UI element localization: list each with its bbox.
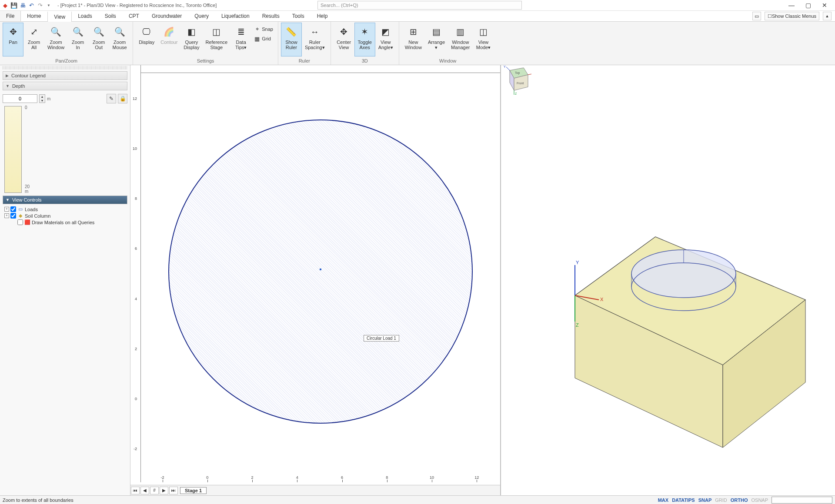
tab-home[interactable]: Home <box>21 11 47 21</box>
quick-access-toolbar: ◆ 💾 🖶 ↶ ↷ ▼ <box>2 2 52 9</box>
toggle-grid[interactable]: GRID <box>715 497 727 503</box>
zoom-mouse-button[interactable]: 🔍Zoom Mouse <box>109 23 130 56</box>
arrange-button[interactable]: ▤Arrange ▾ <box>425 23 448 56</box>
tab-groundwater[interactable]: Groundwater <box>146 11 188 21</box>
tree-item-draw[interactable]: 🟥Draw Materials on all Queries <box>3 219 127 225</box>
stage-next-button[interactable]: ▶ <box>160 487 168 494</box>
minimize-button[interactable]: — <box>787 2 796 9</box>
toggle-osnap[interactable]: OSNAP <box>751 497 768 503</box>
tab-file[interactable]: File <box>0 11 21 21</box>
tab-cpt[interactable]: CPT <box>123 11 146 21</box>
expand-icon[interactable]: + <box>4 213 9 218</box>
redo-icon[interactable]: ↷ <box>37 2 43 9</box>
draw-materials-checkbox[interactable] <box>17 219 23 225</box>
query-display-button[interactable]: ◧Query Display <box>180 23 202 56</box>
close-button[interactable]: ✕ <box>820 2 829 9</box>
group-label: Pan/Zoom <box>3 57 130 65</box>
view-controls-tree: +▭Loads +◆Soil Column 🟥Draw Materials on… <box>3 206 127 225</box>
depth-header[interactable]: ▼Depth <box>3 82 127 90</box>
toggle-ortho[interactable]: ORTHO <box>731 497 748 503</box>
snap-button[interactable]: ⌖Snap <box>251 24 275 34</box>
tab-help[interactable]: Help <box>311 11 334 21</box>
stage-last-button[interactable]: ⏭ <box>169 487 178 494</box>
zoom-out-button[interactable]: 🔍Zoom Out <box>88 23 109 56</box>
center-view-button[interactable]: ✥Center View <box>334 23 354 56</box>
view-controls-header[interactable]: ▼View Controls <box>3 196 127 204</box>
panel-gripper[interactable] <box>3 66 127 70</box>
stage-view-button[interactable]: # <box>150 487 159 494</box>
tree-item-loads[interactable]: +▭Loads <box>3 206 127 212</box>
window-manager-button[interactable]: ▥Window Manager <box>448 23 473 56</box>
group-panzoom: ✥Pan ⤢Zoom All 🔍Zoom Window 🔍Zoom In 🔍Zo… <box>0 22 133 65</box>
viewports: -2024681012 Circular Load 1 -2024681012 … <box>130 65 835 495</box>
collapse-ribbon-button[interactable]: ▲ <box>823 12 832 20</box>
expand-icon[interactable]: + <box>4 207 9 212</box>
tab-soils[interactable]: Soils <box>99 11 123 21</box>
new-window-icon: ⊞ <box>406 25 420 39</box>
view-angle-button[interactable]: ◩View Angle▾ <box>375 23 396 56</box>
tree-item-soil[interactable]: +◆Soil Column <box>3 212 127 219</box>
chevron-down-icon: ▼ <box>6 198 10 202</box>
pan-button[interactable]: ✥Pan <box>3 23 23 56</box>
depth-scale-bottom: 20 m <box>25 184 30 194</box>
zoom-in-button[interactable]: 🔍Zoom In <box>67 23 88 56</box>
undo-icon[interactable]: ↶ <box>28 2 35 9</box>
qat-dropdown-icon[interactable]: ▼ <box>45 2 52 9</box>
grid-button[interactable]: ▦Grid <box>251 34 275 43</box>
zoom-out-icon: 🔍 <box>92 25 106 39</box>
svg-text:Y: Y <box>504 65 506 68</box>
maximize-button[interactable]: ▢ <box>804 2 812 9</box>
display-icon: 🖵 <box>140 25 154 39</box>
tab-loads[interactable]: Loads <box>72 11 99 21</box>
orientation-cube[interactable]: Top Front X Y Z <box>501 65 531 96</box>
data-tips-button[interactable]: ≣Data Tips▾ <box>230 23 251 56</box>
save-icon[interactable]: 💾 <box>10 2 17 9</box>
ribbon-display-options[interactable]: ▭ <box>752 12 761 20</box>
load-label[interactable]: Circular Load 1 <box>364 335 399 342</box>
tab-view[interactable]: View <box>47 11 72 22</box>
depth-input[interactable] <box>3 94 37 103</box>
coordinate-input[interactable] <box>772 497 832 504</box>
toggle-datatips[interactable]: DATATIPS <box>672 497 695 503</box>
status-bar: Zoom to extents of all boundaries MAX DA… <box>0 495 835 504</box>
tab-tools[interactable]: Tools <box>286 11 311 21</box>
plan-view[interactable]: -2024681012 Circular Load 1 -2024681012 … <box>130 65 501 495</box>
tab-results[interactable]: Results <box>256 11 286 21</box>
ruler-icon: 📏 <box>284 25 298 39</box>
show-ruler-button[interactable]: 📏Show Ruler <box>281 23 302 56</box>
display-button[interactable]: 🖵Display <box>136 23 157 56</box>
3d-view[interactable]: Y X Z Top Front X Y Z <box>501 65 835 495</box>
loads-checkbox[interactable] <box>10 206 16 212</box>
stage-tab[interactable]: Stage 1 <box>180 487 207 494</box>
horizontal-ruler <box>141 65 500 73</box>
new-window-button[interactable]: ⊞New Window <box>402 23 425 56</box>
zoom-window-button[interactable]: 🔍Zoom Window <box>44 23 67 56</box>
soil-checkbox[interactable] <box>10 213 16 219</box>
ruler-spacing-button[interactable]: ↔Ruler Spacing▾ <box>302 23 328 56</box>
stage-prev-button[interactable]: ◀ <box>140 487 149 494</box>
depth-tool-1[interactable]: ✎ <box>107 94 116 103</box>
tab-liquefaction[interactable]: Liquefaction <box>215 11 256 21</box>
pan-icon: ✥ <box>6 25 20 39</box>
depth-lock-icon[interactable]: 🔒 <box>118 94 127 103</box>
contour-legend-header[interactable]: ▶Contour Legend <box>3 71 127 80</box>
3d-canvas[interactable]: Y X Z <box>501 65 835 487</box>
toggle-axes-button[interactable]: ✶Toggle Axes <box>354 23 375 56</box>
contour-button[interactable]: 🌈Contour <box>157 23 180 56</box>
plan-canvas[interactable]: Circular Load 1 -2024681012 <box>141 73 500 482</box>
tab-query[interactable]: Query <box>188 11 215 21</box>
chevron-right-icon: ▶ <box>6 73 9 78</box>
search-input[interactable]: Search... (Ctrl+Q) <box>317 1 522 10</box>
depth-spinner[interactable]: ▲▼ <box>39 94 45 103</box>
zoom-all-button[interactable]: ⤢Zoom All <box>23 23 44 56</box>
print-icon[interactable]: 🖶 <box>19 2 26 9</box>
depth-gradient[interactable]: 0 20 m <box>4 106 22 193</box>
show-classic-menus[interactable]: ☐ Show Classic Menus <box>765 12 819 20</box>
reference-stage-button[interactable]: ◫Reference Stage <box>202 23 230 56</box>
toggle-snap[interactable]: SNAP <box>698 497 712 503</box>
toggle-max[interactable]: MAX <box>658 497 668 503</box>
circular-load-shape[interactable] <box>168 119 473 424</box>
group-window: ⊞New Window ▤Arrange ▾ ▥Window Manager ◫… <box>399 22 497 65</box>
stage-first-button[interactable]: ⏮ <box>131 487 140 494</box>
view-mode-button[interactable]: ◫View Mode▾ <box>473 23 494 56</box>
